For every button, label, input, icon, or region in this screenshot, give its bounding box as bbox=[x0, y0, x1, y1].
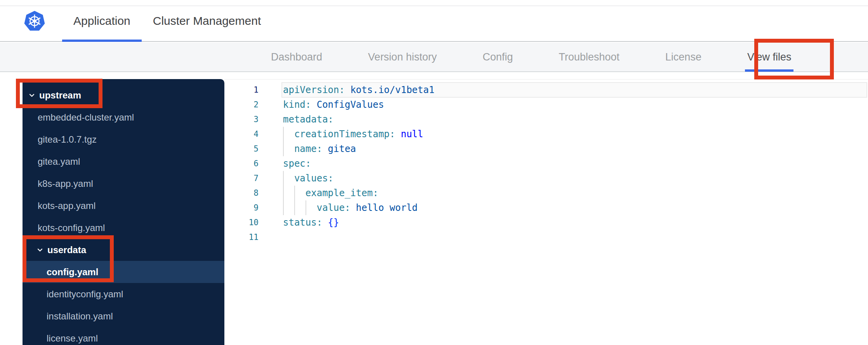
header-tab-application[interactable]: Application bbox=[62, 0, 142, 42]
tab-license[interactable]: License bbox=[665, 43, 701, 71]
tab-dashboard[interactable]: Dashboard bbox=[271, 43, 322, 71]
line-number: 9 bbox=[224, 200, 259, 215]
tree-file-license-yaml[interactable]: license.yaml bbox=[23, 327, 224, 345]
tree-item-label: k8s-app.yaml bbox=[38, 178, 93, 189]
code-token: example_item: bbox=[283, 188, 378, 198]
tree-item-label: upstream bbox=[39, 90, 81, 101]
code-line: creationTimestamp: null bbox=[283, 127, 868, 141]
code-line: metadata: bbox=[283, 112, 868, 127]
app-subnav: DashboardVersion historyConfigTroublesho… bbox=[0, 43, 868, 72]
tree-file-k8s-app-yaml[interactable]: k8s-app.yaml bbox=[23, 172, 224, 195]
tree-file-kots-app-yaml[interactable]: kots-app.yaml bbox=[23, 195, 224, 217]
header-tabs: ApplicationCluster Management bbox=[62, 0, 272, 42]
indent-guide bbox=[283, 186, 284, 200]
tree-item-label: gitea.yaml bbox=[38, 156, 80, 167]
code-token: gitea bbox=[328, 143, 356, 154]
line-number: 5 bbox=[224, 141, 259, 156]
tab-version-history[interactable]: Version history bbox=[368, 43, 437, 71]
code-token: metadata: bbox=[283, 114, 333, 125]
chevron-down-icon bbox=[28, 91, 36, 99]
code-token: hello world bbox=[356, 202, 418, 213]
tree-item-label: license.yaml bbox=[47, 333, 98, 344]
tree-item-label: gitea-1.0.7.tgz bbox=[38, 134, 97, 145]
tab-config[interactable]: Config bbox=[483, 43, 513, 71]
indent-guide bbox=[283, 200, 284, 215]
code-line: apiVersion: kots.io/v1beta1 bbox=[283, 83, 868, 97]
code-token bbox=[322, 143, 328, 154]
tab-view-files[interactable]: View files bbox=[747, 43, 792, 71]
chevron-down-icon bbox=[36, 246, 44, 254]
code-token: apiVersion: bbox=[283, 85, 345, 95]
line-number: 8 bbox=[224, 186, 259, 200]
line-number: 10 bbox=[224, 215, 259, 230]
tab-troubleshoot[interactable]: Troubleshoot bbox=[559, 43, 620, 71]
app-header: ApplicationCluster Management bbox=[0, 0, 868, 42]
tree-file-gitea-1-0-7-tgz[interactable]: gitea-1.0.7.tgz bbox=[23, 128, 224, 150]
code-token: kots.io/v1beta1 bbox=[350, 85, 434, 95]
tree-folder-upstream[interactable]: upstream bbox=[23, 84, 224, 106]
tree-item-label: installation.yaml bbox=[47, 311, 113, 322]
line-number: 7 bbox=[224, 171, 259, 186]
code-line: kind: ConfigValues bbox=[283, 97, 868, 112]
code-token bbox=[345, 85, 350, 95]
tree-item-label: identityconfig.yaml bbox=[47, 289, 123, 300]
code-token bbox=[350, 202, 356, 213]
code-editor[interactable]: apiVersion: kots.io/v1beta1kind: ConfigV… bbox=[283, 83, 868, 245]
code-token: value: bbox=[283, 202, 350, 213]
code-line: status: {} bbox=[283, 215, 868, 230]
line-number: 2 bbox=[224, 97, 259, 112]
code-token: status: bbox=[283, 217, 322, 228]
code-line: example_item: bbox=[283, 186, 868, 200]
indent-guide bbox=[294, 186, 295, 200]
tree-file-identityconfig-yaml[interactable]: identityconfig.yaml bbox=[23, 283, 224, 305]
indent-guide bbox=[283, 171, 284, 186]
tree-item-label: config.yaml bbox=[47, 267, 98, 278]
header-tab-cluster-management[interactable]: Cluster Management bbox=[142, 0, 272, 42]
code-token: {} bbox=[328, 217, 339, 228]
line-number: 3 bbox=[224, 112, 259, 127]
tree-file-config-yaml[interactable]: config.yaml bbox=[23, 261, 224, 283]
tree-item-label: userdata bbox=[47, 245, 86, 255]
indent-guide bbox=[283, 141, 284, 156]
line-number: 1 bbox=[224, 83, 259, 97]
indent-guide bbox=[283, 127, 284, 141]
code-line: name: gitea bbox=[283, 141, 868, 156]
indent-guide bbox=[306, 200, 306, 215]
tree-item-label: embedded-cluster.yaml bbox=[38, 112, 134, 123]
code-token: spec: bbox=[283, 158, 311, 169]
tree-file-installation-yaml[interactable]: installation.yaml bbox=[23, 305, 224, 327]
tree-file-gitea-yaml[interactable]: gitea.yaml bbox=[23, 150, 224, 172]
file-tree-sidebar: upstreamembedded-cluster.yamlgitea-1.0.7… bbox=[23, 79, 224, 345]
tree-file-embedded-cluster-yaml[interactable]: embedded-cluster.yaml bbox=[23, 106, 224, 128]
code-token bbox=[311, 99, 316, 110]
code-token: kind: bbox=[283, 99, 311, 110]
code-token: null bbox=[401, 129, 423, 140]
tree-folder-userdata[interactable]: userdata bbox=[23, 239, 224, 261]
code-token: name: bbox=[283, 143, 322, 154]
indent-guide bbox=[294, 200, 295, 215]
kots-admin-console: ApplicationCluster Management DashboardV… bbox=[0, 0, 868, 345]
code-token: ConfigValues bbox=[317, 99, 384, 110]
line-number: 4 bbox=[224, 127, 259, 141]
kubernetes-logo-icon bbox=[24, 10, 45, 34]
code-token bbox=[322, 217, 328, 228]
code-line: values: bbox=[283, 171, 868, 186]
code-line: spec: bbox=[283, 156, 868, 171]
code-line: value: hello world bbox=[283, 200, 868, 215]
line-number: 11 bbox=[224, 230, 259, 245]
code-line bbox=[283, 230, 868, 245]
top-divider bbox=[0, 5, 868, 6]
subnav-items: DashboardVersion historyConfigTroublesho… bbox=[271, 43, 791, 71]
tree-file-kots-config-yaml[interactable]: kots-config.yaml bbox=[23, 217, 224, 239]
tree-item-label: kots-config.yaml bbox=[38, 223, 105, 233]
line-number-gutter: 1234567891011 bbox=[224, 83, 259, 245]
tree-item-label: kots-app.yaml bbox=[38, 200, 95, 211]
line-number: 6 bbox=[224, 156, 259, 171]
code-token bbox=[395, 129, 401, 140]
code-token: values: bbox=[283, 173, 333, 184]
code-token: creationTimestamp: bbox=[283, 129, 395, 140]
editor-top-divider bbox=[224, 79, 868, 79]
